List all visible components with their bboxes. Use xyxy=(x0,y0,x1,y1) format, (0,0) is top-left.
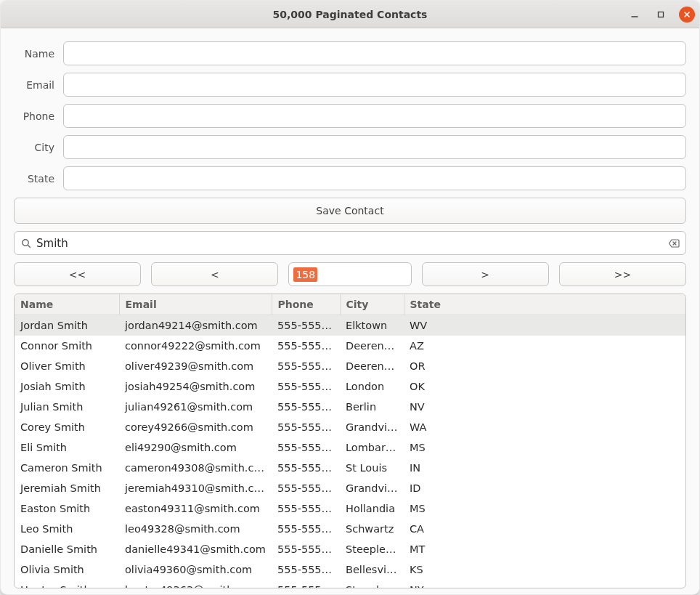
cell-state: AZ xyxy=(404,336,685,356)
cell-email: josiah49254@smith.com xyxy=(119,376,272,397)
cell-phone: 555-555-5555 xyxy=(272,458,340,478)
state-input[interactable] xyxy=(63,166,686,190)
prev-page-button[interactable]: < xyxy=(151,262,278,286)
city-input[interactable] xyxy=(63,135,686,159)
state-row: State xyxy=(14,166,686,190)
cell-name: Julian Smith xyxy=(15,397,119,417)
paginator: << < 158 > >> xyxy=(14,262,686,286)
cell-city: Grandville xyxy=(340,478,404,498)
cell-name: Connor Smith xyxy=(15,336,119,356)
cell-name: Corey Smith xyxy=(15,417,119,437)
cell-name: Oliver Smith xyxy=(15,356,119,376)
cell-state: MS xyxy=(404,498,685,519)
cell-phone: 555-555-5555 xyxy=(272,315,340,336)
email-input[interactable] xyxy=(63,73,686,97)
svg-rect-1 xyxy=(659,12,664,17)
table-row[interactable]: Easton Smitheaston49311@smith.com555-555… xyxy=(15,498,685,519)
header-state[interactable]: State xyxy=(404,294,685,315)
city-label: City xyxy=(14,142,54,153)
cell-phone: 555-555-5555 xyxy=(272,437,340,458)
maximize-button[interactable] xyxy=(653,7,669,23)
cell-city: London xyxy=(340,376,404,397)
header-phone[interactable]: Phone xyxy=(272,294,340,315)
city-row: City xyxy=(14,135,686,159)
cell-phone: 555-555-5555 xyxy=(272,356,340,376)
cell-name: Leo Smith xyxy=(15,519,119,539)
phone-row: Phone xyxy=(14,104,686,128)
cell-state: WA xyxy=(404,417,685,437)
cell-email: corey49266@smith.com xyxy=(119,417,272,437)
search-icon xyxy=(20,238,32,249)
cell-name: Jeremiah Smith xyxy=(15,478,119,498)
last-page-button[interactable]: >> xyxy=(559,262,686,286)
cell-city: Grandville xyxy=(340,417,404,437)
next-page-button[interactable]: > xyxy=(422,262,549,286)
save-button[interactable]: Save Contact xyxy=(14,198,686,224)
app-window: 50,000 Paginated Contacts xyxy=(0,0,700,595)
table-row[interactable]: Connor Smithconnor49222@smith.com555-555… xyxy=(15,336,685,356)
backspace-icon xyxy=(668,238,680,248)
cell-email: connor49222@smith.com xyxy=(119,336,272,356)
table-row[interactable]: Josiah Smithjosiah49254@smith.com555-555… xyxy=(15,376,685,397)
first-page-button[interactable]: << xyxy=(14,262,141,286)
cell-email: danielle49341@smith.com xyxy=(119,539,272,559)
cell-city: Deerenstein xyxy=(340,336,404,356)
cell-phone: 555-555-5555 xyxy=(272,478,340,498)
minimize-button[interactable] xyxy=(627,7,643,23)
table-row[interactable]: Eli Smitheli49290@smith.com555-555-5555L… xyxy=(15,437,685,458)
table-row[interactable]: Jordan Smithjordan49214@smith.com555-555… xyxy=(15,315,685,336)
name-input[interactable] xyxy=(63,41,686,65)
table-row[interactable]: Hunter Smithhunter49363@smith.com555-555… xyxy=(15,580,685,588)
cell-state: IN xyxy=(404,458,685,478)
cell-city: Schwartz xyxy=(340,519,404,539)
table-row[interactable]: Olivia Smitholivia49360@smith.com555-555… xyxy=(15,559,685,580)
cell-phone: 555-555-5555 xyxy=(272,498,340,519)
cell-email: cameron49308@smith.com xyxy=(119,458,272,478)
table-row[interactable]: Leo Smithleo49328@smith.com555-555-5555S… xyxy=(15,519,685,539)
table-row[interactable]: Corey Smithcorey49266@smith.com555-555-5… xyxy=(15,417,685,437)
table-row[interactable]: Julian Smithjulian49261@smith.com555-555… xyxy=(15,397,685,417)
cell-state: ID xyxy=(404,478,685,498)
email-label: Email xyxy=(14,79,54,91)
cell-state: OR xyxy=(404,356,685,376)
header-name[interactable]: Name xyxy=(15,294,119,315)
cell-state: KS xyxy=(404,559,685,580)
page-number-value: 158 xyxy=(293,267,317,282)
cell-city: Elktown xyxy=(340,315,404,336)
clear-search-button[interactable] xyxy=(668,238,680,249)
cell-state: NY xyxy=(404,580,685,588)
cell-email: jordan49214@smith.com xyxy=(119,315,272,336)
cell-state: CA xyxy=(404,519,685,539)
cell-city: Steepleton xyxy=(340,539,404,559)
cell-phone: 555-555-5555 xyxy=(272,559,340,580)
search-input[interactable] xyxy=(14,231,686,255)
email-row: Email xyxy=(14,73,686,97)
cell-email: hunter49363@smith.com xyxy=(119,580,272,588)
page-number-input[interactable]: 158 xyxy=(288,262,411,286)
cell-email: olivia49360@smith.com xyxy=(119,559,272,580)
header-email[interactable]: Email xyxy=(119,294,272,315)
cell-state: OK xyxy=(404,376,685,397)
cell-state: MT xyxy=(404,539,685,559)
cell-phone: 555-555-5555 xyxy=(272,519,340,539)
table-row[interactable]: Jeremiah Smithjeremiah49310@smith.com555… xyxy=(15,478,685,498)
close-button[interactable] xyxy=(679,7,695,23)
cell-name: Olivia Smith xyxy=(15,559,119,580)
cell-name: Easton Smith xyxy=(15,498,119,519)
cell-state: NV xyxy=(404,397,685,417)
close-icon xyxy=(683,10,691,19)
table-row[interactable]: Danielle Smithdanielle49341@smith.com555… xyxy=(15,539,685,559)
cell-email: jeremiah49310@smith.com xyxy=(119,478,272,498)
cell-phone: 555-555-5555 xyxy=(272,580,340,588)
name-label: Name xyxy=(14,48,54,60)
cell-email: oliver49239@smith.com xyxy=(119,356,272,376)
table-row[interactable]: Cameron Smithcameron49308@smith.com555-5… xyxy=(15,458,685,478)
phone-input[interactable] xyxy=(63,104,686,128)
search-field xyxy=(14,231,686,255)
cell-phone: 555-555-5555 xyxy=(272,417,340,437)
cell-city: Bellesville xyxy=(340,559,404,580)
table-row[interactable]: Oliver Smitholiver49239@smith.com555-555… xyxy=(15,356,685,376)
phone-label: Phone xyxy=(14,110,54,122)
cell-city: Berlin xyxy=(340,397,404,417)
header-city[interactable]: City xyxy=(340,294,404,315)
